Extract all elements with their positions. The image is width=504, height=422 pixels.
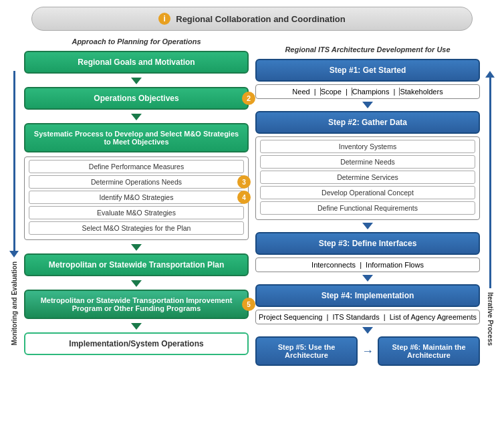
step5-6-row: Step #5: Use the Architecture → Step #6:… [255,336,480,366]
right-col-title: Regional ITS Architecture Development fo… [255,37,480,54]
arrow2 [131,114,142,120]
step1-box: Step #1: Get Started [255,59,480,82]
operations-objectives-wrapper: Operations Objectives 2 [24,87,249,110]
step5-box: Step #5: Use the Architecture [255,336,358,366]
step4-box: Step #4: Implementation [255,284,480,307]
arrow-step4-5 [362,327,373,334]
systematic-process-box: Systematic Process to Develop and Select… [24,123,249,152]
sub-select-mo: Select M&O Strategies for the Plan [29,221,244,235]
step1-sub: Need | Scope | Champions | Stakeholders [255,84,480,99]
step6-box: Step #6: Maintain the Architecture [378,336,480,366]
badge-3: 3 [237,175,251,189]
implementation-box: Implementation/System Operations [24,332,249,355]
step3-sub: Interconnects | Information Flows [255,257,480,272]
sub-define-perf: Define Performance Measures [29,160,244,173]
arrow-step3-4 [362,275,373,282]
sub-det-ops: Determine Operations Needs [29,175,244,189]
step2-sub-items: Inventory Systems Determine Needs Determ… [255,136,480,220]
sub-eval-mo: Evaluate M&O Strategies [29,206,244,219]
banner-title: Regional Collaboration and Coordination [176,14,346,24]
operations-objectives-box: Operations Objectives [24,87,249,110]
step4-sub: Project Sequencing | ITS Standards | Lis… [255,310,480,324]
badge-5: 5 [242,298,255,311]
sub-ident-mo: Identify M&O Strategies [29,191,244,204]
arrow-step2-3 [362,223,373,229]
sub-functional: Define Functional Requirements [260,201,475,215]
sub-det-ops-wrapper: Determine Operations Needs 3 [29,175,244,189]
right-column: Regional ITS Architecture Development fo… [255,37,480,366]
two-col-layout: Approach to Planning for Operations Regi… [24,37,480,366]
step1-need: Need [292,88,309,96]
left-side-arrow: Monitoring and Evaluation [7,71,21,346]
step3-box: Step #3: Define Interfaces [255,232,480,255]
metro-tip-box: Metropolitan or Statewide Transportation… [24,290,249,319]
sub-ident-wrapper: Identify M&O Strategies 4 [29,191,244,204]
step1-scope: | [312,88,321,96]
sub-inventory: Inventory Systems [260,140,475,153]
sub-concept: Develop Operational Concept [260,186,475,199]
left-column: Approach to Planning for Operations Regi… [24,37,249,366]
iterative-label: Iterative Process [487,292,494,346]
arrow1 [131,78,142,84]
top-banner: i Regional Collaboration and Coordinatio… [31,7,473,31]
right-side-arrow: Iterative Process [483,71,497,346]
arrow4 [131,280,142,287]
left-col-title: Approach to Planning for Operations [24,37,249,45]
sub-services: Determine Services [260,171,475,184]
badge-2: 2 [242,92,255,105]
metro-trans-plan-box: Metropolitan or Statewide Transportation… [24,253,249,276]
metro-tip-wrapper: Metropolitan or Statewide Transportation… [24,290,249,319]
step5-to-6-arrow: → [362,336,374,366]
monitoring-label: Monitoring and Evaluation [11,261,18,346]
arrow-step1-2 [362,102,373,108]
regional-goals-box: Regional Goals and Motivation [24,51,249,74]
sub-needs: Determine Needs [260,155,475,169]
arrow5 [131,323,142,330]
step2-box: Step #2: Gather Data [255,111,480,134]
badge-4: 4 [237,191,251,204]
diagram-container: i Regional Collaboration and Coordinatio… [0,0,504,422]
sub-items-section: Define Performance Measures Determine Op… [24,156,249,240]
arrow3 [131,244,142,251]
info-icon: i [158,13,170,25]
